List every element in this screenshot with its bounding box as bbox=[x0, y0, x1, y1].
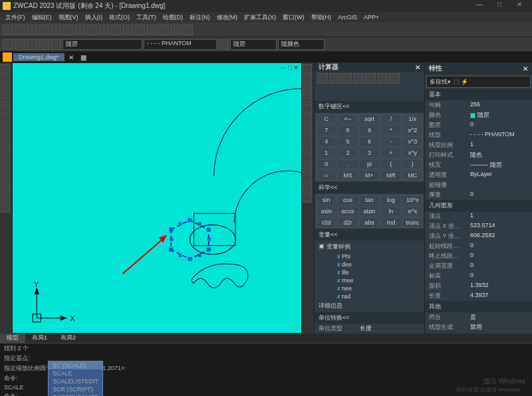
calc-key[interactable]: 9 bbox=[359, 125, 380, 136]
linetype-select[interactable]: - - - - PHANTOM bbox=[144, 39, 217, 50]
prop-row[interactable]: 顶点 Y 坐…606.2582 bbox=[425, 231, 532, 241]
calc-close-icon[interactable]: ✕ bbox=[415, 64, 420, 71]
menu-item[interactable]: 工具(T) bbox=[134, 13, 159, 22]
osnap-tan-icon[interactable] bbox=[303, 153, 312, 163]
calc-clear-icon[interactable] bbox=[317, 73, 328, 84]
calc-key[interactable]: x^2 bbox=[402, 125, 423, 136]
undo-icon[interactable] bbox=[51, 25, 61, 35]
calc-key[interactable]: d2r bbox=[337, 217, 358, 228]
calc-key[interactable]: M+ bbox=[359, 170, 380, 181]
help-icon[interactable] bbox=[182, 25, 193, 35]
zoom-icon[interactable] bbox=[134, 25, 145, 35]
cut-icon[interactable] bbox=[74, 25, 85, 35]
new-icon[interactable] bbox=[3, 25, 13, 35]
calc-key[interactable]: x^3 bbox=[402, 136, 423, 147]
calc-key[interactable]: r2d bbox=[316, 217, 336, 228]
menu-item[interactable]: 窗口(W) bbox=[280, 13, 307, 22]
calc-hist-icon[interactable] bbox=[329, 73, 340, 84]
calc-display[interactable] bbox=[315, 84, 424, 101]
calc-variable[interactable]: x Phi bbox=[328, 252, 420, 260]
arc-tool-icon[interactable] bbox=[1, 94, 10, 103]
maximize-button[interactable]: □ bbox=[489, 1, 509, 11]
calc-key[interactable]: 10^x bbox=[402, 195, 423, 205]
osnap-cen-icon[interactable] bbox=[303, 84, 312, 93]
menu-item[interactable]: 插入(I) bbox=[82, 13, 106, 22]
prop-row[interactable]: 透明度ByLayer bbox=[425, 170, 532, 180]
calc-key[interactable]: rnd bbox=[380, 217, 401, 228]
calc-numeric-header[interactable]: 数字键区<< bbox=[315, 101, 424, 112]
calc-var-header[interactable]: 变量<< bbox=[315, 229, 424, 241]
pick-icon[interactable]: ⬚ bbox=[454, 78, 460, 85]
osnap-par-icon[interactable] bbox=[303, 183, 312, 193]
ellipse-tool-icon[interactable] bbox=[1, 114, 10, 123]
prop-group-header[interactable]: 几何图形 bbox=[425, 200, 532, 211]
calc-key[interactable]: atan bbox=[359, 206, 380, 217]
calc-variable[interactable]: x nee bbox=[328, 284, 420, 292]
autocomplete-item[interactable]: SCREENBOXES bbox=[49, 393, 102, 396]
calc-key[interactable]: MS bbox=[337, 170, 358, 181]
prop-row[interactable]: 打印样式随色 bbox=[425, 150, 532, 160]
autocomplete-popup[interactable]: SC (SCALE)SCALESCALELISTEDITSCR (SCRIPT)… bbox=[48, 361, 103, 396]
prop-row[interactable]: 句柄256 bbox=[425, 100, 532, 110]
close-button[interactable]: ✕ bbox=[509, 1, 529, 11]
match-icon[interactable] bbox=[110, 25, 121, 35]
menu-item[interactable]: 修改(M) bbox=[214, 13, 241, 22]
calc-key[interactable]: MR bbox=[380, 170, 401, 181]
entity-type-select[interactable]: 多段线 ▾ ⬚ ⚡ bbox=[426, 76, 531, 88]
viewport-max-icon[interactable]: □ bbox=[288, 64, 291, 71]
prop-group-header[interactable]: 基本 bbox=[425, 89, 532, 100]
menu-item[interactable]: 标注(N) bbox=[187, 13, 213, 22]
autocomplete-item[interactable]: SCALELISTEDIT bbox=[49, 377, 102, 385]
calc-key[interactable]: <-- bbox=[337, 114, 358, 124]
open-icon[interactable] bbox=[15, 25, 25, 35]
calc-key[interactable]: + bbox=[380, 148, 401, 158]
osnap-near-icon[interactable] bbox=[303, 163, 312, 173]
calc-key[interactable]: 7 bbox=[316, 125, 336, 136]
prop-row[interactable]: 厚度0 bbox=[425, 190, 532, 200]
menu-item[interactable]: 视图(V) bbox=[56, 13, 81, 22]
calc-key[interactable]: . bbox=[337, 159, 358, 169]
prop-row[interactable]: 长度4.3937 bbox=[425, 291, 532, 301]
calc-key[interactable]: x^y bbox=[402, 148, 423, 158]
prop-row[interactable]: 全局宽度0 bbox=[425, 261, 532, 271]
lineweight-select[interactable]: 随层 bbox=[230, 39, 277, 50]
var-detail[interactable]: 详细信息 bbox=[319, 301, 420, 311]
calc-key[interactable]: 4 bbox=[316, 136, 336, 147]
osnap-perp-icon[interactable] bbox=[303, 144, 312, 153]
minimize-button[interactable]: — bbox=[469, 1, 489, 11]
menu-item[interactable]: 扩展工具(X) bbox=[241, 13, 279, 22]
calc-help-icon[interactable] bbox=[389, 73, 400, 84]
prop-row[interactable]: 标高0 bbox=[425, 271, 532, 281]
prop-row[interactable]: 线型生成禁用 bbox=[425, 322, 532, 332]
prop-row[interactable]: 线型- - - - PHANTOM bbox=[425, 130, 532, 140]
prop-group-header[interactable]: 其他 bbox=[425, 301, 532, 312]
osnap-end-icon[interactable] bbox=[303, 64, 312, 73]
layer-mgr-icon[interactable] bbox=[3, 39, 13, 50]
redo-icon[interactable] bbox=[63, 25, 73, 35]
osnap-int-icon[interactable] bbox=[303, 114, 312, 123]
menu-item[interactable]: 帮助(H) bbox=[309, 13, 334, 22]
command-window[interactable]: 找到 2 个指定基点:指定缩放比例因子[复制(C)/参照(R)] <1.2071… bbox=[0, 343, 532, 396]
calc-key[interactable]: pi bbox=[359, 159, 380, 169]
menu-item[interactable]: 文件(F) bbox=[3, 13, 28, 22]
rotate-tool-icon[interactable] bbox=[1, 183, 10, 193]
quick-icon[interactable]: ⚡ bbox=[461, 78, 468, 85]
prop-row[interactable]: 面积1.3932 bbox=[425, 281, 532, 291]
calc-key[interactable]: 2 bbox=[337, 148, 358, 158]
scale-tool-icon[interactable] bbox=[1, 193, 10, 203]
layer-state-icon[interactable] bbox=[15, 39, 25, 50]
prop-row[interactable]: 超链接 bbox=[425, 180, 532, 190]
dim-tool-icon[interactable] bbox=[1, 153, 10, 163]
hatch-tool-icon[interactable] bbox=[1, 134, 10, 143]
prop-row[interactable]: 图层0 bbox=[425, 120, 532, 130]
new-tab-icon[interactable]: ▦ bbox=[78, 54, 89, 61]
calc-key[interactable]: asin bbox=[316, 206, 336, 217]
save-icon[interactable] bbox=[27, 25, 37, 35]
autocomplete-item[interactable]: SC (SCALE) bbox=[49, 361, 102, 369]
calc-key[interactable]: acos bbox=[337, 206, 358, 217]
copy-tool-icon[interactable] bbox=[1, 173, 10, 183]
osnap-ext-icon[interactable] bbox=[303, 124, 312, 133]
osnap-app-icon[interactable] bbox=[303, 173, 312, 183]
calc-variable[interactable]: x ille bbox=[328, 268, 420, 276]
calc-key[interactable]: tan bbox=[359, 195, 380, 205]
